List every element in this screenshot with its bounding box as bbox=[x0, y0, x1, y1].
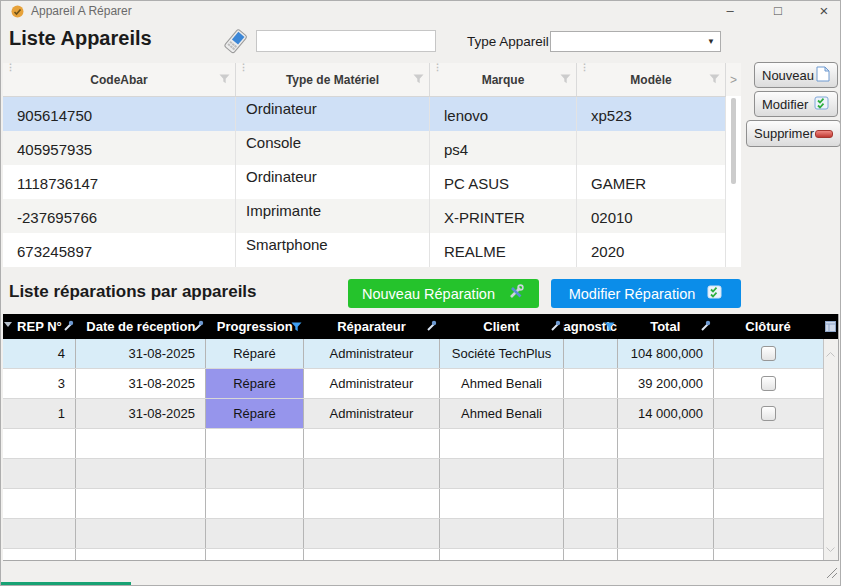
column-label: Progression bbox=[217, 319, 293, 334]
appareils-table: ⋮ CodeAbar ⋮ Type de Matériel ⋮ Marque ⋮… bbox=[3, 63, 741, 267]
column-label: Modèle bbox=[630, 73, 671, 87]
appareils-scrollbar[interactable] bbox=[726, 96, 741, 266]
filter-icon[interactable] bbox=[219, 73, 230, 87]
cloture-checkbox[interactable] bbox=[761, 406, 776, 421]
reparations-scrollbar[interactable] bbox=[823, 339, 838, 560]
table-row[interactable]: 673245897 Smartphone REALME 2020 bbox=[3, 233, 726, 267]
column-header-modele[interactable]: ⋮ Modèle bbox=[577, 63, 726, 96]
cell-diagnostic bbox=[564, 369, 618, 398]
empty-row bbox=[3, 519, 824, 549]
cell-cloture bbox=[714, 399, 824, 428]
wand-icon[interactable] bbox=[425, 320, 437, 335]
cloture-checkbox[interactable] bbox=[761, 346, 776, 361]
cell-type: Ordinateur bbox=[236, 165, 430, 199]
nouveau-reparation-button[interactable]: Nouveau Réparation bbox=[348, 279, 539, 308]
minimize-button[interactable]: – bbox=[713, 1, 747, 21]
cell-marque: ps4 bbox=[430, 131, 577, 165]
nouveau-button[interactable]: Nouveau bbox=[754, 62, 838, 88]
column-header-progression[interactable]: Progression bbox=[206, 314, 304, 339]
wand-icon[interactable] bbox=[62, 320, 74, 335]
modifier-reparation-label: Modifier Réparation bbox=[569, 286, 696, 302]
modifier-label: Modifier bbox=[762, 97, 808, 112]
column-header-codeabar[interactable]: ⋮ CodeAbar bbox=[3, 63, 236, 96]
title-bar: Appareil A Réparer – □ × bbox=[1, 1, 840, 21]
supprimer-label: Supprimer bbox=[754, 126, 814, 141]
cell-diagnostic bbox=[564, 399, 618, 428]
barcode-scanner-icon bbox=[220, 27, 250, 61]
next-column-icon[interactable]: > bbox=[726, 63, 741, 96]
cell-progression: Réparé bbox=[206, 339, 304, 368]
scrollbar-thumb[interactable] bbox=[731, 98, 736, 184]
cell-progression: Réparé bbox=[206, 369, 304, 398]
filter-icon[interactable] bbox=[413, 73, 424, 87]
close-button[interactable]: × bbox=[807, 1, 841, 21]
cell-modele: xp523 bbox=[577, 97, 726, 131]
column-label: CodeAbar bbox=[90, 73, 147, 87]
cell-codeabar: 1118736147 bbox=[3, 165, 236, 199]
cell-diagnostic bbox=[564, 339, 618, 368]
table-row[interactable]: 4 31-08-2025 Réparé Administrateur Socié… bbox=[3, 339, 824, 369]
cell-codeabar: 673245897 bbox=[3, 233, 236, 267]
column-header-marque[interactable]: ⋮ Marque bbox=[430, 63, 577, 96]
filter-icon[interactable] bbox=[709, 73, 720, 87]
cell-date: 31-08-2025 bbox=[76, 339, 206, 368]
nouveau-reparation-label: Nouveau Réparation bbox=[362, 286, 495, 302]
column-header-diagnostic[interactable]: Diagnostic bbox=[563, 314, 617, 339]
cell-total: 14 000,000 bbox=[618, 399, 714, 428]
column-header-reparateur[interactable]: Réparateur bbox=[304, 314, 440, 339]
scroll-up-icon[interactable] bbox=[826, 343, 835, 361]
table-row[interactable]: 1 31-08-2025 Réparé Administrateur Ahmed… bbox=[3, 399, 824, 429]
cell-modele: 2020 bbox=[577, 233, 726, 267]
table-row[interactable]: 3 31-08-2025 Réparé Administrateur Ahmed… bbox=[3, 369, 824, 399]
filter-icon[interactable] bbox=[560, 73, 571, 87]
cell-client: Société TechPlus bbox=[440, 339, 564, 368]
cell-reparateur: Administrateur bbox=[304, 369, 440, 398]
column-label: Total bbox=[650, 319, 680, 334]
column-header-total[interactable]: Total bbox=[617, 314, 713, 339]
column-header-cloture[interactable]: Clôturé bbox=[713, 314, 823, 339]
column-header-date[interactable]: Date de réception bbox=[76, 314, 206, 339]
scroll-down-icon[interactable] bbox=[826, 538, 835, 556]
resize-grip[interactable] bbox=[825, 565, 838, 583]
table-row[interactable]: -237695766 Imprimante X-PRINTER 02010 bbox=[3, 199, 726, 233]
cell-rep: 4 bbox=[3, 339, 76, 368]
empty-row bbox=[3, 429, 824, 459]
column-header-client[interactable]: Client bbox=[439, 314, 563, 339]
cloture-checkbox[interactable] bbox=[761, 376, 776, 391]
wand-icon[interactable] bbox=[549, 320, 561, 335]
supprimer-button[interactable]: Supprimer bbox=[746, 120, 841, 147]
chevron-down-icon: ▼ bbox=[707, 37, 715, 46]
table-row[interactable]: 405957935 Console ps4 bbox=[3, 131, 726, 165]
cell-client: Ahmed Benali bbox=[440, 369, 564, 398]
column-label: Date de réception bbox=[86, 319, 195, 334]
cell-rep: 3 bbox=[3, 369, 76, 398]
cell-modele bbox=[577, 131, 726, 165]
column-header-type[interactable]: ⋮ Type de Matériel bbox=[236, 63, 430, 96]
column-label: REP N° bbox=[17, 319, 62, 334]
cell-modele: GAMER bbox=[577, 165, 726, 199]
column-label: Type de Matériel bbox=[286, 73, 379, 87]
cell-type: Ordinateur bbox=[236, 97, 430, 131]
column-label: Réparateur bbox=[337, 319, 406, 334]
cell-total: 104 800,000 bbox=[618, 339, 714, 368]
type-appareil-select[interactable]: ▼ bbox=[550, 31, 721, 52]
page-title-appareils: Liste Appareils bbox=[9, 27, 152, 50]
wand-icon[interactable] bbox=[192, 320, 204, 335]
app-window: Appareil A Réparer – □ × Liste Appareils… bbox=[0, 0, 841, 586]
column-header-rep[interactable]: REP N° bbox=[3, 314, 76, 339]
maximize-button[interactable]: □ bbox=[761, 1, 795, 21]
filter-active-icon[interactable] bbox=[604, 320, 615, 335]
filter-active-icon[interactable] bbox=[291, 320, 302, 335]
desktop-sliver bbox=[1, 582, 131, 585]
wand-icon[interactable] bbox=[699, 320, 711, 335]
barcode-search-input[interactable] bbox=[256, 30, 436, 52]
cell-codeabar: -237695766 bbox=[3, 199, 236, 233]
drag-handle-icon: ⋮ bbox=[433, 62, 442, 72]
column-chooser-icon[interactable] bbox=[823, 314, 838, 339]
modifier-reparation-button[interactable]: Modifier Réparation bbox=[551, 279, 741, 308]
table-row[interactable]: 1118736147 Ordinateur PC ASUS GAMER bbox=[3, 165, 726, 199]
modifier-button[interactable]: Modifier bbox=[754, 91, 838, 117]
window-title: Appareil A Réparer bbox=[31, 4, 132, 18]
table-row[interactable]: 905614750 Ordinateur lenovo xp523 bbox=[3, 97, 726, 131]
cell-reparateur: Administrateur bbox=[304, 399, 440, 428]
